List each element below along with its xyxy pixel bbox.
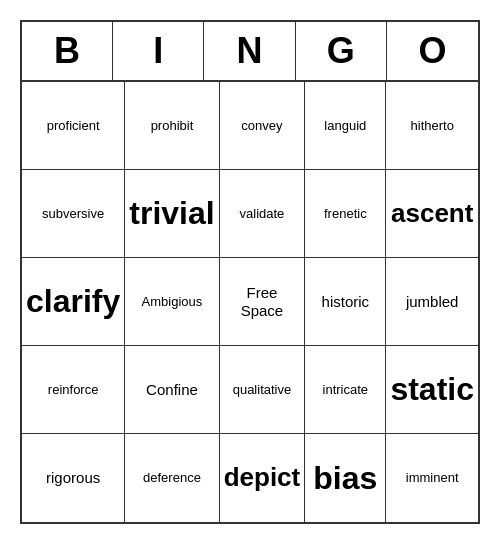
cell-text: subversive	[42, 206, 104, 222]
bingo-cell: qualitative	[220, 346, 306, 434]
bingo-cell: deference	[125, 434, 219, 522]
cell-text: depict	[224, 462, 301, 493]
cell-text: validate	[240, 206, 285, 222]
bingo-cell: bias	[305, 434, 386, 522]
bingo-cell: languid	[305, 82, 386, 170]
cell-text: bias	[313, 459, 377, 497]
bingo-cell: jumbled	[386, 258, 478, 346]
cell-text: convey	[241, 118, 282, 134]
cell-text: trivial	[129, 194, 214, 232]
header-letter: I	[113, 22, 204, 80]
bingo-grid: proficientprohibitconveylanguidhithertos…	[22, 82, 478, 522]
cell-text: imminent	[406, 470, 459, 486]
bingo-cell: intricate	[305, 346, 386, 434]
bingo-cell: hitherto	[386, 82, 478, 170]
cell-text: Confine	[146, 381, 198, 399]
cell-text: languid	[324, 118, 366, 134]
cell-text: rigorous	[46, 469, 100, 487]
cell-text: historic	[322, 293, 370, 311]
bingo-cell: clarify	[22, 258, 125, 346]
cell-text: frenetic	[324, 206, 367, 222]
header-letter: N	[204, 22, 295, 80]
cell-text: reinforce	[48, 382, 99, 398]
cell-text: clarify	[26, 282, 120, 320]
bingo-cell: FreeSpace	[220, 258, 306, 346]
bingo-cell: Confine	[125, 346, 219, 434]
cell-text: prohibit	[151, 118, 194, 134]
bingo-cell: imminent	[386, 434, 478, 522]
bingo-cell: prohibit	[125, 82, 219, 170]
bingo-cell: subversive	[22, 170, 125, 258]
cell-text: intricate	[323, 382, 369, 398]
bingo-cell: frenetic	[305, 170, 386, 258]
bingo-card: BINGO proficientprohibitconveylanguidhit…	[20, 20, 480, 524]
bingo-cell: ascent	[386, 170, 478, 258]
cell-text: jumbled	[406, 293, 459, 311]
bingo-cell: historic	[305, 258, 386, 346]
bingo-cell: convey	[220, 82, 306, 170]
bingo-header: BINGO	[22, 22, 478, 82]
cell-text: hitherto	[411, 118, 454, 134]
cell-text: deference	[143, 470, 201, 486]
cell-text: FreeSpace	[241, 284, 284, 320]
bingo-cell: static	[386, 346, 478, 434]
bingo-cell: rigorous	[22, 434, 125, 522]
cell-text: ascent	[391, 198, 473, 229]
cell-text: proficient	[47, 118, 100, 134]
cell-text: static	[390, 370, 474, 408]
bingo-cell: depict	[220, 434, 306, 522]
bingo-cell: Ambigious	[125, 258, 219, 346]
bingo-cell: reinforce	[22, 346, 125, 434]
cell-text: Ambigious	[142, 294, 203, 310]
header-letter: B	[22, 22, 113, 80]
header-letter: O	[387, 22, 478, 80]
bingo-cell: validate	[220, 170, 306, 258]
bingo-cell: trivial	[125, 170, 219, 258]
bingo-cell: proficient	[22, 82, 125, 170]
header-letter: G	[296, 22, 387, 80]
cell-text: qualitative	[233, 382, 292, 398]
